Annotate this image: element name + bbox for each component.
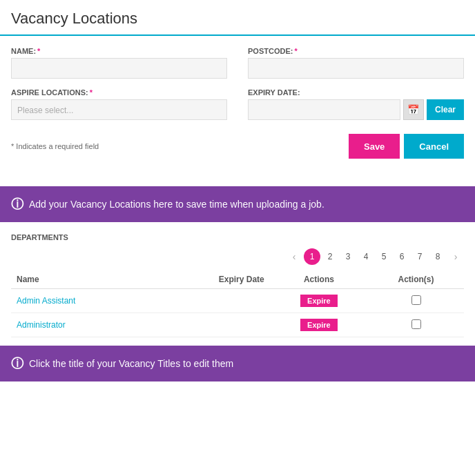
date-input-wrapper: 📅 Clear (248, 99, 464, 120)
pagination-page-7[interactable]: 7 (411, 248, 428, 265)
action-buttons: Save Cancel (349, 134, 464, 159)
expiry-date-input[interactable] (248, 99, 400, 120)
name-input[interactable] (11, 58, 227, 79)
expiry-date-group: EXPIRY DATE: 📅 Clear (248, 88, 464, 120)
info-banner-text: Add your Vacancy Locations here to save … (29, 199, 324, 210)
pagination: ‹ 1 2 3 4 5 6 7 8 › (11, 248, 464, 265)
aspire-locations-group: ASPIRE LOCATIONS:* (11, 88, 227, 120)
pagination-page-6[interactable]: 6 (394, 248, 410, 265)
table-row: Administrator Expire (11, 313, 464, 337)
form-footer: * Indicates a required field Save Cancel (11, 130, 464, 159)
row-name-cell: Administrator (11, 313, 154, 337)
table-row: Admin Assistant Expire (11, 289, 464, 313)
postcode-group: POSTCODE:* (248, 47, 464, 79)
pagination-page-1[interactable]: 1 (304, 248, 320, 265)
name-required-star: * (37, 47, 40, 55)
expire-button[interactable]: Expire (300, 319, 338, 331)
calendar-button[interactable]: 📅 (403, 99, 424, 120)
bottom-info-icon: ⓘ (11, 355, 23, 372)
col-expiry-date: Expiry Date (154, 270, 270, 289)
bottom-banner: ⓘ Click the title of your Vacancy Titles… (0, 346, 475, 381)
departments-label: DEPARTMENTS (11, 233, 464, 241)
row-name-cell: Admin Assistant (11, 289, 154, 313)
bottom-banner-text: Click the title of your Vacancy Titles t… (29, 358, 233, 369)
row-actions-cell: Expire (270, 313, 368, 337)
row-expiry-cell (154, 289, 270, 313)
save-button[interactable]: Save (349, 134, 400, 159)
row-expiry-cell (154, 313, 270, 337)
row-checkbox-cell (368, 289, 464, 313)
departments-table: Name Expiry Date Actions Action(s) Admin… (11, 270, 464, 337)
cancel-button[interactable]: Cancel (404, 134, 464, 159)
postcode-required-star: * (294, 47, 297, 55)
row-checkbox[interactable] (411, 295, 421, 305)
expire-button[interactable]: Expire (300, 295, 338, 307)
col-actions: Actions (270, 270, 368, 289)
row-actions-cell: Expire (270, 289, 368, 313)
table-header-row: Name Expiry Date Actions Action(s) (11, 270, 464, 289)
info-icon: ⓘ (11, 196, 23, 212)
row-checkbox-cell (368, 313, 464, 337)
postcode-input[interactable] (248, 58, 464, 79)
row-name-link[interactable]: Administrator (17, 320, 66, 330)
pagination-page-8[interactable]: 8 (429, 248, 446, 265)
name-label: NAME:* (11, 47, 227, 55)
aspire-required-star: * (90, 88, 93, 97)
pagination-page-5[interactable]: 5 (376, 248, 392, 265)
form-row-1: NAME:* POSTCODE:* (11, 47, 464, 79)
expiry-date-label: EXPIRY DATE: (248, 88, 464, 97)
aspire-locations-label: ASPIRE LOCATIONS:* (11, 88, 227, 97)
info-banner: ⓘ Add your Vacancy Locations here to sav… (0, 186, 475, 222)
calendar-icon: 📅 (407, 104, 419, 115)
departments-section: DEPARTMENTS ‹ 1 2 3 4 5 6 7 8 › Name Exp… (0, 222, 475, 337)
aspire-locations-input[interactable] (11, 99, 227, 120)
row-name-link[interactable]: Admin Assistant (17, 296, 75, 306)
pagination-page-4[interactable]: 4 (358, 248, 374, 265)
col-name: Name (11, 270, 154, 289)
postcode-label: POSTCODE:* (248, 47, 464, 55)
pagination-page-2[interactable]: 2 (322, 248, 338, 265)
page-header: Vacancy Locations (0, 0, 475, 36)
pagination-next[interactable]: › (447, 248, 464, 265)
required-note: * Indicates a required field (11, 142, 99, 150)
form-row-2: ASPIRE LOCATIONS:* EXPIRY DATE: 📅 Clear (11, 88, 464, 120)
col-action-s: Action(s) (368, 270, 464, 289)
name-group: NAME:* (11, 47, 227, 79)
pagination-prev[interactable]: ‹ (286, 248, 302, 265)
form-section: NAME:* POSTCODE:* ASPIRE LOCATIONS:* EXP… (0, 36, 475, 172)
clear-button[interactable]: Clear (427, 99, 464, 120)
page-title: Vacancy Locations (11, 10, 464, 28)
row-checkbox[interactable] (411, 319, 421, 329)
pagination-page-3[interactable]: 3 (340, 248, 356, 265)
